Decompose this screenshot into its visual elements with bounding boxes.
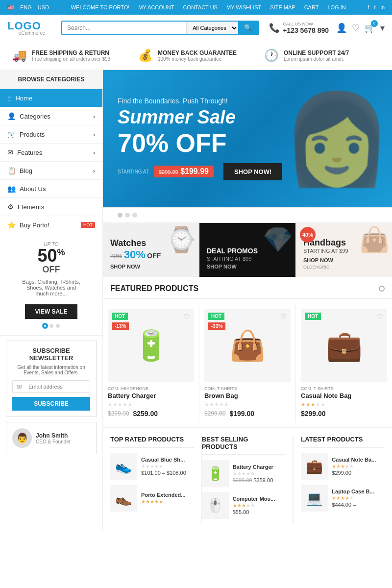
subscribe-button[interactable]: SUBSCRIBE: [12, 397, 90, 411]
product-category-1: COM, T-SHIRTS: [204, 386, 291, 391]
hero-starting: STARTING AT $299.99 $199.99 SHOP NOW!: [118, 163, 377, 180]
banner-dot-1[interactable]: [118, 213, 122, 218]
featured-products-title: FEATURED PRODUCTS: [103, 277, 392, 299]
latest-name-1[interactable]: Laptop Case B...: [332, 489, 374, 494]
latest-price-1: $444.00 –: [332, 502, 374, 508]
starting-label: STARTING AT: [118, 169, 149, 174]
dot-1[interactable]: [43, 324, 47, 328]
sidebar-item-categories[interactable]: 👤 Categories ›: [0, 107, 102, 125]
top-rated-icon-1: 👞: [115, 490, 132, 506]
hot-badge-0: HOT: [112, 313, 128, 320]
dot-2[interactable]: [49, 324, 53, 328]
phone-label: CALL US NOW: [283, 22, 329, 26]
latest-product-0: 💼 Casual Note Ba... ★★★★★ $299.00: [301, 453, 385, 480]
my-account-link[interactable]: MY ACCOUNT: [138, 4, 174, 10]
promo-sup: %: [57, 247, 65, 257]
banner-dots: [103, 207, 392, 222]
product-name-2: Casual Note Bag: [301, 392, 387, 399]
best-selling-name-1[interactable]: Computer Mou...: [233, 496, 275, 502]
watches-new-pct: 30%: [124, 248, 146, 261]
sidebar-item-about[interactable]: 👥 About Us: [0, 180, 102, 198]
testimonial-widget: 👨 John Smith CEO & Founder: [6, 422, 97, 454]
logo[interactable]: LOGO eCommerce: [7, 20, 56, 36]
hero-banner: Find the Boundaries. Push Through! Summe…: [103, 70, 392, 207]
new-price-2: $299.00: [301, 410, 326, 417]
price-row-0: $299.00 $259.00: [108, 410, 194, 417]
banner-dot-2[interactable]: [125, 213, 130, 218]
twitter-icon[interactable]: t: [374, 4, 375, 10]
account-icon[interactable]: 👤: [336, 23, 347, 33]
top-bar-center: WELCOME TO PORTO! MY ACCOUNT CONTACT US …: [71, 4, 346, 10]
site-map-link[interactable]: SITE MAP: [270, 4, 295, 10]
flag-icon: 🇺🇸: [7, 4, 14, 11]
promo-card-handbags: 40% 👜 Handbags STARTING AT $99 SHOP NOW …: [296, 223, 392, 277]
promo-grid: ⌚ Watches 20% 30% OFF SHOP NOW 💎 DEAL PR…: [103, 222, 392, 277]
email-field[interactable]: [26, 381, 90, 392]
nav-circle-icon[interactable]: [379, 286, 385, 292]
top-rated-icon-0: 👟: [115, 458, 132, 474]
discount-badge-1: -33%: [208, 322, 225, 330]
top-rated-product-0: 👟 Casual Blue Sh... ★★★★★ $101.00 – $108…: [110, 453, 194, 480]
product-stars-1: ★★★★★: [204, 401, 291, 408]
dot-3[interactable]: [56, 324, 60, 328]
banner-dot-3[interactable]: [132, 213, 137, 218]
deal-shop-link[interactable]: SHOP NOW: [207, 264, 288, 270]
hero-old-price: $299.99: [159, 169, 178, 175]
product-name-0: Battery Charger: [108, 392, 194, 399]
cart-icon[interactable]: 🛒0: [365, 23, 375, 33]
sidebar-item-blog[interactable]: 📋 Blog ›: [0, 162, 102, 180]
best-selling-name-0[interactable]: Battery Charger: [233, 464, 273, 470]
promo-card-watches: ⌚ Watches 20% 30% OFF SHOP NOW: [103, 223, 199, 277]
product-card-2: 💼 HOT ♡ COM, T-SHIRTS Casual Note Bag ★★…: [296, 304, 392, 422]
handbags-shop-link[interactable]: SHOP NOW: [303, 257, 385, 263]
shop-now-button[interactable]: SHOP NOW!: [223, 163, 282, 180]
wishlist-button-1[interactable]: ♡: [280, 313, 287, 320]
hot-badge: HOT: [81, 222, 95, 228]
watch-image: ⌚: [166, 225, 196, 254]
watches-shop-link[interactable]: SHOP NOW: [110, 264, 192, 270]
category-select[interactable]: All Categories: [186, 22, 238, 34]
log-in-link[interactable]: LOG IN: [327, 4, 345, 10]
featured-title-text: FEATURED PRODUCTS: [110, 284, 198, 293]
sidebar-item-products[interactable]: 🛒 Products ›: [0, 125, 102, 144]
chevron-down-icon[interactable]: ▾: [380, 23, 385, 33]
hero-text: Find the Boundaries. Push Through! Summe…: [118, 97, 377, 180]
hero-sub: Find the Boundaries. Push Through!: [118, 97, 377, 105]
blog-icon: 📋: [7, 167, 16, 174]
social-icons: f t in: [368, 4, 385, 10]
latest-products-col: LATEST PRODUCTS 💼 Casual Note Ba... ★★★★…: [293, 436, 385, 524]
product-image-2: 💼 HOT ♡: [301, 309, 387, 382]
browse-categories-title: BROWSE CATEGORIES: [0, 70, 102, 89]
top-rated-name-0[interactable]: Casual Blue Sh...: [141, 457, 186, 463]
sidebar-item-elements[interactable]: ⚙ Elements: [0, 198, 102, 216]
sidebar-item-home[interactable]: ⌂ Home: [0, 89, 102, 107]
wishlist-icon[interactable]: ♡: [352, 23, 360, 33]
chevron-right-blog-icon: ›: [93, 167, 95, 174]
product-icon-2: 💼: [326, 328, 363, 363]
instagram-icon[interactable]: in: [380, 4, 385, 10]
hero-title: Summer Sale: [118, 107, 377, 128]
currency-selector[interactable]: USD: [38, 4, 49, 10]
promo-desc: Bags, Clothing, T-Shirts,Shoes, Watches …: [7, 279, 95, 296]
contact-us-link[interactable]: CONTACT US: [183, 4, 218, 10]
sidebar-item-buy[interactable]: ⭐ Buy Porto! HOT: [0, 216, 102, 234]
my-wishlist-link[interactable]: MY WISHLIST: [226, 4, 261, 10]
latest-name-0[interactable]: Casual Note Ba...: [332, 457, 376, 463]
shipping-sub: Free shipping on all orders over $99: [32, 56, 110, 62]
wishlist-button-0[interactable]: ♡: [184, 313, 190, 320]
shipping-item-2: 🕐 ONLINE SUPPORT 24/7 Lorem ipsum dolor …: [259, 46, 385, 65]
best-selling-img-0: 🔋: [202, 460, 229, 487]
cart-link[interactable]: CART: [304, 4, 319, 10]
facebook-icon[interactable]: f: [368, 4, 369, 10]
top-rated-name-1[interactable]: Porto Extended...: [141, 492, 185, 498]
search-button[interactable]: 🔍: [238, 22, 258, 34]
lang-selector[interactable]: ENG: [20, 4, 32, 10]
top-rated-price-0: $101.00 – $108.00: [141, 470, 186, 476]
support-title: ONLINE SUPPORT 24/7: [284, 49, 349, 56]
sidebar-item-features[interactable]: ✉ Features ›: [0, 144, 102, 162]
wishlist-button-2[interactable]: ♡: [377, 313, 383, 320]
star-empty-icon-1: ★★★★★: [204, 401, 229, 407]
search-input[interactable]: [62, 22, 186, 34]
view-sale-button[interactable]: VIEW SALE: [25, 304, 77, 319]
best-selling-stars-1: ★★★★★: [233, 503, 275, 508]
